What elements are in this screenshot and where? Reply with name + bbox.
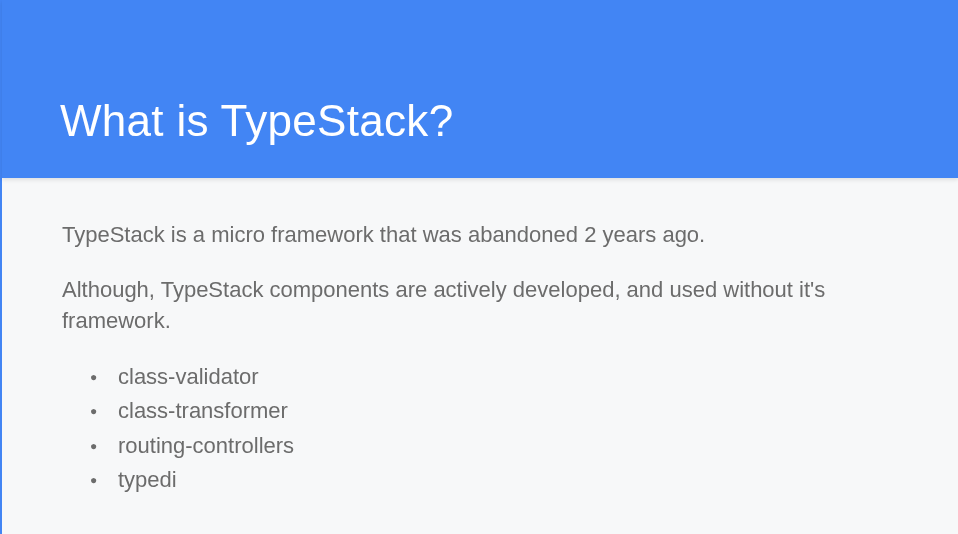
slide-title: What is TypeStack? [60, 96, 453, 146]
list-item: class-validator [90, 360, 898, 394]
paragraph-1: TypeStack is a micro framework that was … [62, 220, 898, 251]
slide-header: What is TypeStack? [2, 0, 958, 178]
list-item: typedi [90, 463, 898, 497]
list-item: class-transformer [90, 394, 898, 428]
bullet-list: class-validator class-transformer routin… [62, 360, 898, 496]
slide-content: TypeStack is a micro framework that was … [2, 178, 958, 497]
slide: What is TypeStack? TypeStack is a micro … [0, 0, 958, 534]
paragraph-2: Although, TypeStack components are activ… [62, 275, 898, 337]
list-item: routing-controllers [90, 429, 898, 463]
